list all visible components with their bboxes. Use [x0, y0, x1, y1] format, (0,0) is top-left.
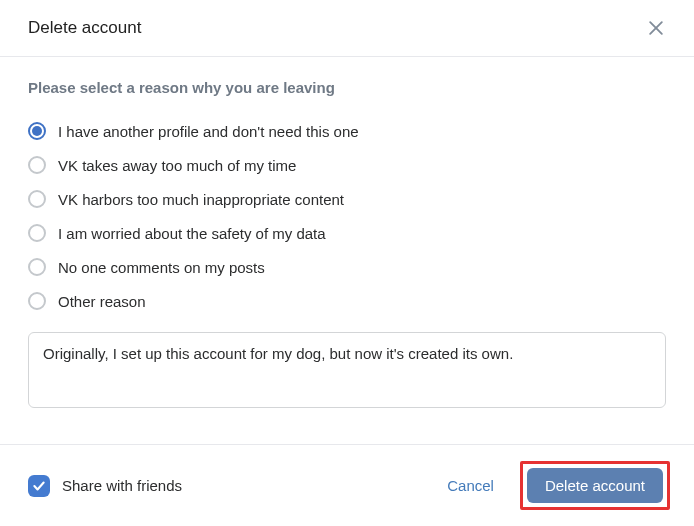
- footer-actions: Cancel Delete account: [429, 461, 670, 510]
- dialog-title: Delete account: [28, 18, 141, 38]
- cancel-button[interactable]: Cancel: [429, 467, 512, 504]
- reason-option[interactable]: VK harbors too much inappropriate conten…: [28, 182, 666, 216]
- dialog-body: Please select a reason why you are leavi…: [0, 57, 694, 422]
- radio-icon: [28, 156, 46, 174]
- reason-label: No one comments on my posts: [58, 259, 265, 276]
- dialog-header: Delete account: [0, 0, 694, 57]
- share-label: Share with friends: [62, 477, 182, 494]
- radio-icon: [28, 190, 46, 208]
- close-button[interactable]: [642, 14, 670, 42]
- reason-radio-group: I have another profile and don't need th…: [28, 114, 666, 318]
- reason-option[interactable]: Other reason: [28, 284, 666, 318]
- reason-label: I have another profile and don't need th…: [58, 123, 359, 140]
- reason-label: VK takes away too much of my time: [58, 157, 296, 174]
- radio-icon: [28, 122, 46, 140]
- reason-label: I am worried about the safety of my data: [58, 225, 326, 242]
- reason-option[interactable]: No one comments on my posts: [28, 250, 666, 284]
- radio-icon: [28, 258, 46, 276]
- dialog-footer: Share with friends Cancel Delete account: [0, 444, 694, 526]
- radio-icon: [28, 224, 46, 242]
- share-with-friends-checkbox[interactable]: Share with friends: [28, 475, 182, 497]
- reason-label: Other reason: [58, 293, 146, 310]
- checkbox-icon: [28, 475, 50, 497]
- reason-option[interactable]: I am worried about the safety of my data: [28, 216, 666, 250]
- reason-prompt: Please select a reason why you are leavi…: [28, 79, 666, 96]
- comment-textarea[interactable]: [28, 332, 666, 408]
- delete-button-highlight: Delete account: [520, 461, 670, 510]
- checkmark-icon: [32, 479, 46, 493]
- reason-option[interactable]: VK takes away too much of my time: [28, 148, 666, 182]
- reason-option[interactable]: I have another profile and don't need th…: [28, 114, 666, 148]
- delete-account-button[interactable]: Delete account: [527, 468, 663, 503]
- radio-icon: [28, 292, 46, 310]
- close-icon: [646, 18, 666, 38]
- reason-label: VK harbors too much inappropriate conten…: [58, 191, 344, 208]
